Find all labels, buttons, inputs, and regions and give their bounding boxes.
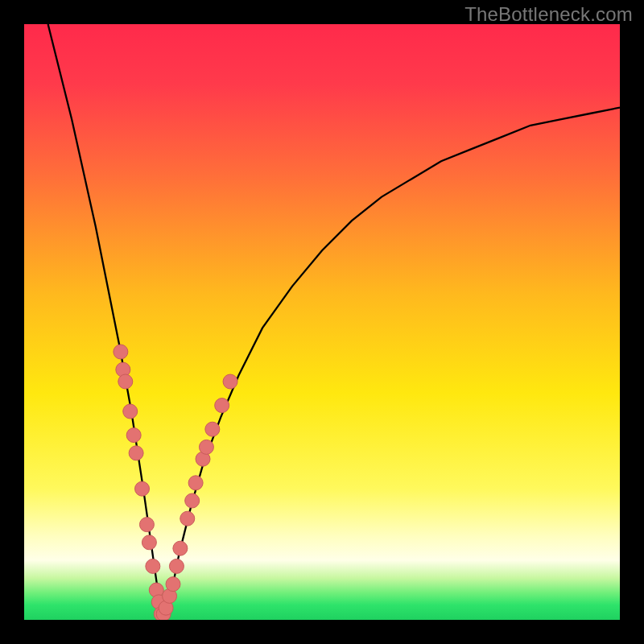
data-marker [188,476,203,490]
chart-stage: TheBottleneck.com [0,0,644,644]
data-marker [205,422,220,436]
data-marker [123,404,138,419]
watermark-text: TheBottleneck.com [464,3,633,26]
data-marker [146,559,160,573]
data-marker [199,440,213,454]
data-marker [135,481,150,496]
data-marker [118,374,133,389]
data-marker [223,374,237,389]
plot-area [24,24,620,620]
data-marker [173,541,188,555]
data-marker [114,345,128,359]
data-marker [126,428,141,443]
data-marker [180,511,195,526]
gradient-background [24,24,620,620]
chart-svg [24,24,620,620]
data-marker [139,518,154,532]
data-marker [185,493,200,508]
data-marker [215,398,229,413]
data-marker [129,446,143,460]
data-marker [166,577,180,592]
data-marker [142,535,156,550]
data-marker [169,559,184,573]
